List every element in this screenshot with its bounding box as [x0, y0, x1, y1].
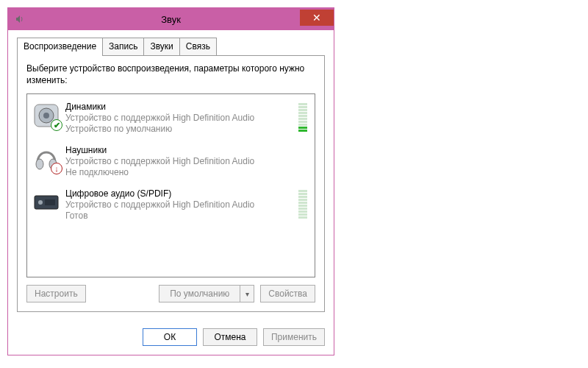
device-subtitle: Устройство с поддержкой High Definition …	[65, 113, 294, 124]
level-meter	[298, 103, 307, 132]
device-text: Наушники Устройство с поддержкой High De…	[65, 145, 310, 178]
digital-audio-icon	[32, 188, 61, 216]
set-default-split-button[interactable]: По умолчанию ▾	[159, 285, 254, 302]
set-default-button[interactable]: По умолчанию	[159, 285, 240, 302]
device-row[interactable]: Цифровое аудио (S/PDIF) Устройство с под…	[30, 185, 312, 229]
configure-button[interactable]: Настроить	[26, 285, 86, 302]
tab-recording[interactable]: Запись	[102, 38, 144, 55]
titlebar[interactable]: Звук ✕	[8, 8, 334, 30]
chevron-down-icon[interactable]: ▾	[240, 285, 254, 302]
sound-dialog: Звук ✕ Воспроизведение Запись Звуки Связ…	[7, 7, 334, 355]
device-list[interactable]: ✔ Динамики Устройство с поддержкой High …	[26, 93, 315, 277]
window-title: Звук	[8, 14, 334, 25]
svg-rect-7	[45, 199, 55, 205]
speakers-icon: ✔	[32, 102, 61, 130]
client-area: Воспроизведение Запись Звуки Связь Выбер…	[8, 30, 334, 321]
dialog-footer: ОК Отмена Применить	[8, 321, 334, 355]
level-meter	[298, 190, 307, 219]
instruction-text: Выберите устройство воспроизведения, пар…	[26, 63, 315, 86]
device-row[interactable]: ✔ Динамики Устройство с поддержкой High …	[30, 99, 312, 142]
lower-button-row: Настроить По умолчанию ▾ Свойства	[26, 285, 315, 302]
headphones-icon: ↓	[32, 145, 61, 173]
device-name: Цифровое аудио (S/PDIF)	[65, 188, 294, 199]
tab-communications[interactable]: Связь	[179, 38, 217, 55]
cancel-button[interactable]: Отмена	[203, 328, 257, 346]
svg-point-2	[43, 113, 49, 118]
properties-button[interactable]: Свойства	[260, 285, 315, 302]
device-text: Цифровое аудио (S/PDIF) Устройство с под…	[65, 188, 294, 222]
tab-playback[interactable]: Воспроизведение	[17, 38, 103, 56]
svg-point-3	[36, 159, 43, 169]
svg-point-6	[38, 200, 43, 205]
tab-sounds[interactable]: Звуки	[143, 38, 179, 55]
device-row[interactable]: ↓ Наушники Устройство с поддержкой High …	[30, 142, 312, 185]
device-name: Наушники	[65, 145, 310, 156]
tab-page-playback: Выберите устройство воспроизведения, пар…	[17, 55, 325, 312]
device-name: Динамики	[65, 102, 294, 113]
tab-strip: Воспроизведение Запись Звуки Связь	[17, 38, 325, 55]
device-status: Готов	[65, 210, 294, 222]
device-subtitle: Устройство с поддержкой High Definition …	[65, 156, 310, 167]
device-text: Динамики Устройство с поддержкой High De…	[65, 102, 294, 135]
device-status: Устройство по умолчанию	[65, 124, 294, 135]
apply-button[interactable]: Применить	[263, 328, 325, 346]
device-subtitle: Устройство с поддержкой High Definition …	[65, 199, 294, 210]
ok-button[interactable]: ОК	[143, 328, 197, 346]
device-status: Не подключено	[65, 167, 310, 178]
